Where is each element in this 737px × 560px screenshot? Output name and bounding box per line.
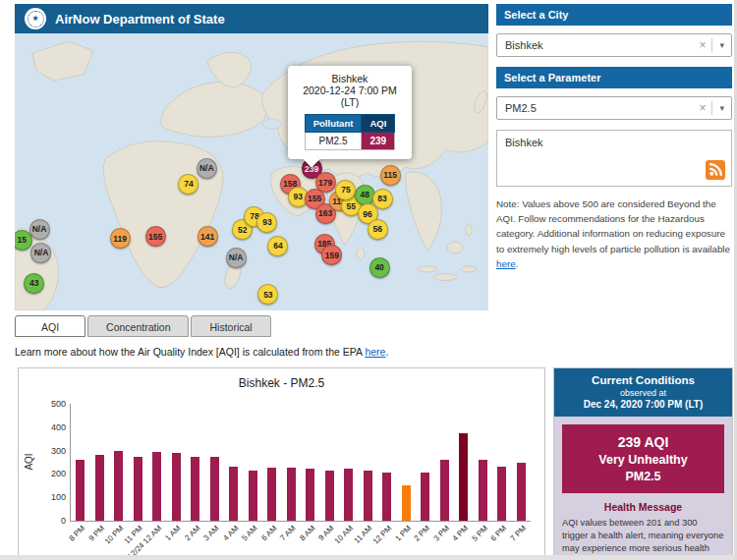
- aqi-marker[interactable]: 93: [256, 212, 277, 233]
- chart-xtick-label: 3 AM: [201, 524, 220, 542]
- chart-bar-slot: 6 AM: [262, 404, 282, 521]
- aqi-world-map[interactable]: 7415N/AN/A431191551415278936453158239179…: [15, 33, 488, 310]
- chart-bar: [517, 463, 526, 521]
- city-caret-icon[interactable]: ▾: [712, 40, 731, 50]
- top-row: ★ AirNow Department of State: [15, 4, 737, 358]
- parameter-clear-icon[interactable]: ×: [693, 101, 712, 115]
- aqi-marker[interactable]: N/A: [226, 248, 247, 268]
- tooltip-aqi-header: AQI: [362, 115, 395, 133]
- note-text: Note: Values above 500 are considered Be…: [496, 198, 730, 254]
- chart-xtick-label: 10 PM: [102, 524, 125, 546]
- chart-ytick: 300: [51, 446, 66, 456]
- aqi-marker[interactable]: 74: [178, 174, 198, 195]
- chart-bar-slot: 1 AM: [167, 404, 187, 521]
- chart-bar: [344, 469, 353, 521]
- feed-city-label: Bishkek: [505, 137, 543, 148]
- aqi-marker[interactable]: 43: [24, 273, 44, 294]
- beyond-aqi-note: Note: Values above 500 are considered Be…: [496, 196, 732, 271]
- seal-glyph: ★: [28, 11, 44, 28]
- current-aqi-parameter: PM2.5: [566, 470, 720, 483]
- chart-bar-slot: 4 PM: [454, 404, 474, 521]
- chart-title: Bishkek - PM2.5: [19, 376, 544, 390]
- city-clear-icon[interactable]: ×: [693, 38, 712, 52]
- learn-more-text: Learn more about how the Air Quality Ind…: [15, 346, 488, 358]
- chart-bar-slot: 11 AM: [359, 404, 378, 521]
- observed-at-label: observed at: [558, 388, 728, 398]
- city-section-header: Select a City: [496, 4, 732, 26]
- chart-bar-slot: 3 AM: [205, 404, 225, 521]
- chart-bar: [210, 457, 219, 521]
- horizontal-scrollbar[interactable]: [0, 555, 737, 560]
- chart-bar-slot: 8 AM: [301, 404, 320, 521]
- chart-bar-slot: 2 PM: [416, 404, 435, 521]
- page: ★ AirNow Department of State: [0, 0, 737, 560]
- chart-xtick-label: 5 AM: [240, 524, 258, 542]
- aqi-marker[interactable]: N/A: [29, 219, 50, 240]
- chart-xtick-label: 4 AM: [221, 524, 240, 542]
- chart-xtick-label: 2 AM: [183, 524, 201, 542]
- epa-aqi-link[interactable]: here: [365, 346, 385, 358]
- chart-xtick-label: 6 AM: [259, 524, 278, 542]
- chart-bar: [191, 457, 199, 521]
- chart-bar-slot: 1 PM: [397, 404, 417, 521]
- chart-bar: [152, 452, 161, 521]
- chart-xtick-label: 11 AM: [353, 524, 374, 545]
- note-period: .: [516, 258, 519, 269]
- tab-aqi[interactable]: AQI: [15, 315, 85, 337]
- tab-concentration[interactable]: Concentration: [87, 315, 189, 337]
- aqi-bar-chart: Bishkek - PM2.5 AQI 0100200300400500 8 P…: [18, 367, 545, 556]
- chart-bar: [421, 473, 429, 521]
- aqi-marker[interactable]: 119: [110, 228, 131, 249]
- aqi-marker[interactable]: 64: [267, 236, 288, 256]
- chart-xtick-label: 12 PM: [370, 524, 393, 546]
- tooltip-table: Pollutant AQI PM2.5 239: [305, 114, 396, 150]
- learn-more-suffix: .: [385, 346, 388, 358]
- chart-bar: [267, 468, 276, 521]
- chart-bar-slot: 10 PM: [109, 404, 129, 521]
- right-column: Select a City Bishkek × ▾ Select a Param…: [496, 4, 732, 358]
- rss-feed-button[interactable]: [706, 160, 725, 180]
- aqi-marker[interactable]: 40: [369, 257, 390, 278]
- rss-icon: [706, 160, 725, 180]
- parameter-section-header: Select a Parameter: [496, 67, 732, 88]
- aqi-marker[interactable]: 155: [145, 226, 166, 247]
- parameter-select-value: PM2.5: [505, 102, 693, 114]
- chart-xtick-label: 1 PM: [393, 524, 413, 543]
- parameter-select[interactable]: PM2.5 × ▾: [496, 96, 732, 120]
- note-here-link[interactable]: here: [496, 258, 516, 269]
- chart-bar-slot: 2 AM: [186, 404, 205, 521]
- chart-bar-slot: 7 PM: [512, 404, 532, 521]
- aqi-marker[interactable]: 56: [368, 219, 388, 240]
- bottom-row: Bishkek - PM2.5 AQI 0100200300400500 8 P…: [18, 367, 737, 556]
- chart-plot-area: 0100200300400500 8 PM9 PM10 PM11 PM12/24…: [70, 404, 531, 522]
- city-select[interactable]: Bishkek × ▾: [496, 33, 732, 57]
- chart-bar: [172, 453, 181, 521]
- chart-bar-slot: 7 AM: [282, 404, 302, 521]
- health-message-text: AQI values between 201 and 300 trigger a…: [562, 517, 724, 560]
- chart-bar: [229, 467, 238, 521]
- aqi-marker[interactable]: N/A: [30, 243, 51, 263]
- tooltip-pollutant-header: Pollutant: [305, 115, 362, 133]
- chart-ytick: 0: [61, 516, 66, 526]
- aqi-marker[interactable]: N/A: [197, 158, 217, 179]
- chart-bar: [95, 455, 104, 521]
- aqi-marker[interactable]: 115: [380, 165, 401, 186]
- learn-more-prefix: Learn more about how the Air Quality Ind…: [15, 346, 365, 358]
- current-conditions-title: Current Conditions: [558, 374, 728, 386]
- chart-bar: [76, 460, 85, 521]
- world-map-graphic: [15, 33, 488, 310]
- aqi-marker[interactable]: 75: [335, 180, 356, 200]
- chart-bar-slot: 6 PM: [492, 404, 512, 521]
- chart-xtick-label: 7 AM: [278, 524, 297, 542]
- chart-ytick: 200: [51, 469, 66, 478]
- parameter-caret-icon[interactable]: ▾: [712, 103, 731, 113]
- chart-bar: [497, 467, 506, 521]
- tooltip-pollutant-value: PM2.5: [305, 133, 362, 150]
- observed-datetime: Dec 24, 2020 7:00 PM (LT): [558, 399, 728, 410]
- tab-historical[interactable]: Historical: [191, 315, 270, 337]
- chart-bar: [479, 460, 487, 521]
- chart-bar-slot: 11 PM: [129, 404, 148, 521]
- current-conditions-header: Current Conditions observed at Dec 24, 2…: [554, 368, 732, 417]
- chart-bar-slot: 8 PM: [71, 404, 90, 521]
- current-aqi-box: 239 AQI Very Unhealthy PM2.5: [562, 424, 724, 493]
